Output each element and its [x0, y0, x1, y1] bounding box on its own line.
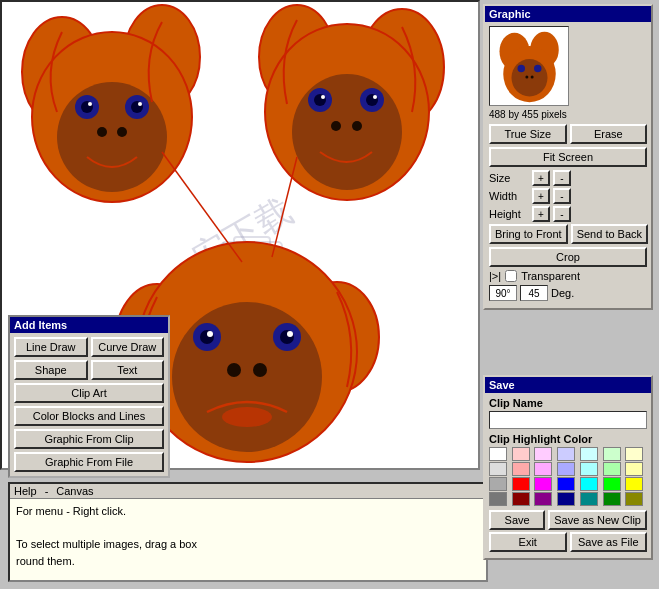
color-cell-8[interactable] — [512, 462, 530, 476]
color-cell-10[interactable] — [557, 462, 575, 476]
color-cell-23[interactable] — [534, 492, 552, 506]
save-button[interactable]: Save — [489, 510, 545, 530]
save-panel-title: Save — [485, 377, 651, 393]
color-cell-4[interactable] — [580, 447, 598, 461]
color-cell-17[interactable] — [557, 477, 575, 491]
save-as-file-button[interactable]: Save as File — [570, 532, 648, 552]
color-cell-16[interactable] — [534, 477, 552, 491]
color-cell-13[interactable] — [625, 462, 643, 476]
graphic-panel-title: Graphic — [485, 6, 651, 22]
svg-point-11 — [88, 102, 92, 106]
curve-draw-button[interactable]: Curve Draw — [91, 337, 165, 357]
add-items-title: Add Items — [10, 317, 168, 333]
color-blocks-button[interactable]: Color Blocks and Lines — [14, 406, 164, 426]
help-title[interactable]: Help — [14, 485, 37, 497]
color-cell-9[interactable] — [534, 462, 552, 476]
svg-point-26 — [373, 95, 377, 99]
graphic-from-clip-button[interactable]: Graphic From Clip — [14, 429, 164, 449]
svg-point-32 — [172, 302, 322, 452]
rotate-field-2[interactable] — [520, 285, 548, 301]
width-minus-button[interactable]: - — [553, 188, 571, 204]
svg-point-15 — [97, 127, 107, 137]
svg-point-47 — [511, 59, 547, 97]
svg-point-28 — [352, 121, 362, 131]
rotate-field-1[interactable] — [489, 285, 517, 301]
color-cell-15[interactable] — [512, 477, 530, 491]
help-canvas-label: Canvas — [56, 485, 93, 497]
color-grid — [489, 447, 647, 506]
graphic-from-file-button[interactable]: Graphic From File — [14, 452, 164, 472]
color-cell-5[interactable] — [603, 447, 621, 461]
color-cell-11[interactable] — [580, 462, 598, 476]
color-cell-20[interactable] — [625, 477, 643, 491]
color-cell-18[interactable] — [580, 477, 598, 491]
fit-screen-button[interactable]: Fit Screen — [489, 147, 647, 167]
color-cell-0[interactable] — [489, 447, 507, 461]
color-cell-3[interactable] — [557, 447, 575, 461]
svg-point-23 — [321, 95, 325, 99]
clip-name-title: Clip Name — [489, 397, 647, 409]
svg-point-39 — [227, 363, 241, 377]
help-panel: Help - Canvas For menu - Right click. To… — [8, 482, 488, 582]
color-cell-19[interactable] — [603, 477, 621, 491]
svg-point-41 — [222, 407, 272, 427]
color-cell-6[interactable] — [625, 447, 643, 461]
graphic-panel: Graphic 488 by 455 pixels True Size Eras… — [483, 4, 653, 310]
color-cell-12[interactable] — [603, 462, 621, 476]
text-button[interactable]: Text — [91, 360, 165, 380]
color-cell-25[interactable] — [580, 492, 598, 506]
svg-point-35 — [207, 331, 213, 337]
height-minus-button[interactable]: - — [553, 206, 571, 222]
clip-highlight-title: Clip Highlight Color — [489, 433, 647, 445]
shape-button[interactable]: Shape — [14, 360, 88, 380]
save-panel: Save Clip Name Clip Highlight Color Save… — [483, 375, 653, 560]
exit-button[interactable]: Exit — [489, 532, 567, 552]
svg-point-40 — [253, 363, 267, 377]
help-line-1: For menu - Right click. — [16, 503, 480, 520]
transparent-checkbox[interactable] — [505, 270, 517, 282]
color-cell-2[interactable] — [534, 447, 552, 461]
graphic-preview — [489, 26, 569, 106]
help-line-2 — [16, 520, 480, 537]
color-cell-22[interactable] — [512, 492, 530, 506]
width-plus-button[interactable]: + — [532, 188, 550, 204]
svg-point-50 — [525, 75, 528, 78]
transparent-label: Transparent — [521, 270, 580, 282]
size-plus-button[interactable]: + — [532, 170, 550, 186]
help-line-4: round them. — [16, 553, 480, 570]
true-size-button[interactable]: True Size — [489, 124, 567, 144]
color-cell-14[interactable] — [489, 477, 507, 491]
line-draw-button[interactable]: Line Draw — [14, 337, 88, 357]
deg-label: Deg. — [551, 287, 574, 299]
height-plus-button[interactable]: + — [532, 206, 550, 222]
send-to-back-button[interactable]: Send to Back — [571, 224, 648, 244]
color-cell-24[interactable] — [557, 492, 575, 506]
erase-button[interactable]: Erase — [570, 124, 648, 144]
crop-button[interactable]: Crop — [489, 247, 647, 267]
color-cell-7[interactable] — [489, 462, 507, 476]
mirror-label: |>| — [489, 270, 501, 282]
save-new-clip-button[interactable]: Save as New Clip — [548, 510, 647, 530]
svg-point-27 — [331, 121, 341, 131]
size-label: Size — [489, 172, 529, 184]
clip-name-input[interactable] — [489, 411, 647, 429]
color-cell-26[interactable] — [603, 492, 621, 506]
svg-point-16 — [117, 127, 127, 137]
svg-point-20 — [292, 74, 402, 190]
svg-point-51 — [530, 75, 533, 78]
color-cell-1[interactable] — [512, 447, 530, 461]
clip-art-button[interactable]: Clip Art — [14, 383, 164, 403]
height-label: Height — [489, 208, 529, 220]
bring-to-front-button[interactable]: Bring to Front — [489, 224, 568, 244]
help-separator: - — [45, 485, 49, 497]
svg-point-49 — [534, 64, 542, 72]
help-line-3: To select multiple images, drag a box — [16, 536, 480, 553]
svg-point-48 — [517, 64, 525, 72]
size-minus-button[interactable]: - — [553, 170, 571, 186]
color-cell-21[interactable] — [489, 492, 507, 506]
pixel-info: 488 by 455 pixels — [489, 109, 647, 120]
width-label: Width — [489, 190, 529, 202]
add-items-panel: Add Items Line Draw Curve Draw Shape Tex… — [8, 315, 170, 478]
color-cell-27[interactable] — [625, 492, 643, 506]
svg-point-14 — [138, 102, 142, 106]
